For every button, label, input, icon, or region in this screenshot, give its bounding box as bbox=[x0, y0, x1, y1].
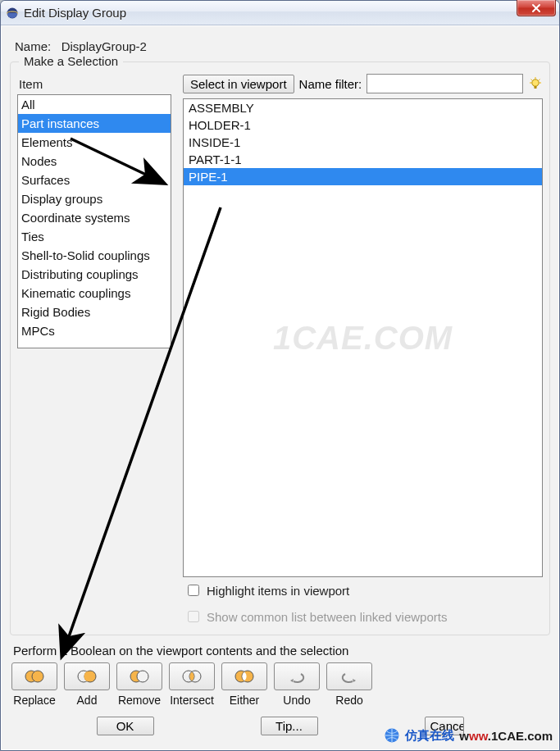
eclipse-icon bbox=[6, 7, 19, 20]
item-option[interactable]: Part instances bbox=[18, 114, 171, 133]
item-option[interactable]: Elements bbox=[18, 133, 171, 152]
site-cn: 仿真在线 bbox=[405, 728, 454, 744]
svg-line-8 bbox=[539, 80, 540, 81]
selection-groupbox: Make a Selection Item AllPart instancesE… bbox=[10, 61, 550, 635]
item-option[interactable]: Kinematic couplings bbox=[18, 284, 171, 303]
globe-icon bbox=[384, 727, 400, 744]
name-label: Name: bbox=[15, 39, 51, 53]
add-label: Add bbox=[64, 694, 110, 707]
item-label: Item bbox=[17, 74, 171, 94]
entry-option[interactable]: PIPE-1 bbox=[184, 168, 542, 185]
svg-point-14 bbox=[137, 671, 148, 682]
groupbox-legend: Make a Selection bbox=[19, 54, 123, 68]
titlebar: Edit Display Group bbox=[1, 1, 559, 25]
svg-point-10 bbox=[32, 671, 43, 682]
common-checkbox bbox=[188, 611, 199, 622]
undo-button[interactable] bbox=[274, 662, 320, 690]
common-label: Show common list between linked viewport… bbox=[207, 610, 447, 624]
boolean-labels: ReplaceAddRemoveIntersectEitherUndoRedo bbox=[8, 692, 552, 712]
entry-option[interactable]: PART-1-1 bbox=[184, 151, 542, 168]
highlight-row: Highlight items in viewport bbox=[183, 577, 543, 603]
tip-button[interactable]: Tip... bbox=[261, 717, 318, 735]
highlight-label[interactable]: Highlight items in viewport bbox=[207, 584, 349, 598]
site-watermark: 仿真在线 www.1CAE.com bbox=[384, 727, 553, 744]
entry-option[interactable]: INSIDE-1 bbox=[184, 134, 542, 151]
intersect-button[interactable] bbox=[169, 662, 215, 690]
remove-label: Remove bbox=[116, 694, 162, 707]
lightbulb-icon[interactable] bbox=[528, 76, 543, 91]
intersect-label: Intersect bbox=[169, 694, 215, 707]
svg-rect-3 bbox=[535, 86, 537, 89]
highlight-checkbox[interactable] bbox=[188, 585, 199, 596]
remove-button[interactable] bbox=[116, 662, 162, 690]
name-filter-input[interactable] bbox=[367, 74, 523, 93]
entry-option[interactable]: ASSEMBLY bbox=[184, 99, 542, 116]
item-option[interactable]: Nodes bbox=[18, 152, 171, 171]
item-option[interactable]: Shell-to-Solid couplings bbox=[18, 246, 171, 265]
name-filter-label: Name filter: bbox=[299, 77, 362, 91]
either-label: Either bbox=[221, 694, 267, 707]
item-option[interactable]: Rigid Bodies bbox=[18, 303, 171, 321]
name-value: DisplayGroup-2 bbox=[61, 39, 147, 53]
common-row: Show common list between linked viewport… bbox=[183, 603, 543, 630]
undo-label: Undo bbox=[274, 694, 320, 707]
window-title: Edit Display Group bbox=[24, 6, 126, 20]
boolean-toolbar bbox=[8, 662, 552, 692]
boolean-text: Perform a Boolean on the viewport conten… bbox=[8, 635, 552, 662]
item-option[interactable]: Display groups bbox=[18, 189, 171, 208]
entry-listbox[interactable]: ASSEMBLYHOLDER-1INSIDE-1PART-1-1PIPE-11C… bbox=[183, 98, 543, 577]
redo-label: Redo bbox=[326, 694, 372, 707]
svg-point-2 bbox=[532, 80, 539, 86]
entry-option[interactable]: HOLDER-1 bbox=[184, 116, 542, 134]
add-button[interactable] bbox=[64, 662, 110, 690]
redo-button[interactable] bbox=[326, 662, 372, 690]
item-option[interactable]: All bbox=[18, 95, 171, 114]
replace-button[interactable] bbox=[11, 662, 57, 690]
client-area: Name: DisplayGroup-2 Make a Selection It… bbox=[2, 26, 558, 749]
close-button[interactable] bbox=[517, 0, 556, 16]
replace-label: Replace bbox=[11, 694, 57, 707]
either-button[interactable] bbox=[221, 662, 267, 690]
select-in-viewport-button[interactable]: Select in viewport bbox=[183, 75, 294, 93]
site-url: www.1CAE.com bbox=[459, 729, 553, 743]
item-option[interactable]: Surfaces bbox=[18, 171, 171, 189]
item-option[interactable]: Ties bbox=[18, 227, 171, 246]
item-listbox[interactable]: AllPart instancesElementsNodesSurfacesDi… bbox=[17, 94, 171, 348]
item-option[interactable]: MPCs bbox=[18, 321, 171, 340]
ok-button[interactable]: OK bbox=[97, 717, 154, 735]
svg-line-7 bbox=[531, 80, 533, 81]
item-option[interactable]: Coordinate systems bbox=[18, 208, 171, 227]
close-icon bbox=[531, 3, 541, 13]
item-option[interactable]: Distributing couplings bbox=[18, 265, 171, 284]
dialog-window: Edit Display Group Name: DisplayGroup-2 … bbox=[0, 0, 560, 751]
watermark-text: 1CAE.COM bbox=[273, 320, 453, 357]
